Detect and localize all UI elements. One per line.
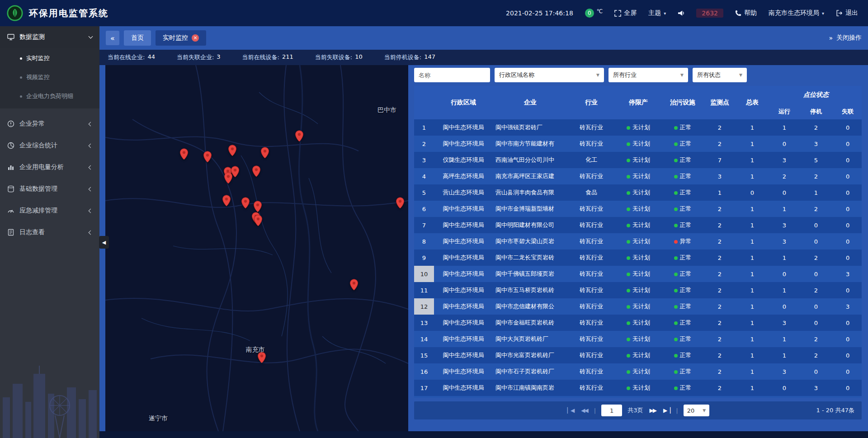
pollution-facility-cell: 正常 [662, 217, 703, 233]
monitor-points-cell: 2 [703, 331, 736, 347]
table-row[interactable]: 3仪陇生态环境局西南油气田分公司川中化工无计划正常71350 [414, 152, 862, 168]
table-row[interactable]: 11阆中生态环境局阆中市五马桥页岩机砖砖瓦行业无计划正常21120 [414, 282, 862, 298]
page-size-select[interactable]: 20 ▼ [684, 405, 709, 416]
sidebar-item-log-view[interactable]: 日志查看 [0, 221, 99, 243]
sidebar-item-power-analysis[interactable]: 企业用电量分析 [0, 156, 99, 178]
table-row[interactable]: 1阆中生态环境局阆中强锐页岩砖厂砖瓦行业无计划正常21120 [414, 119, 862, 136]
sidebar-item-base-data[interactable]: 基础数据管理 [0, 178, 99, 200]
table-row[interactable]: 5营山生态环境局营山县润丰肉食品有限食品无计划正常10010 [414, 184, 862, 201]
collapse-sidebar-button[interactable]: ◀ [99, 236, 109, 249]
first-page-button[interactable]: ▏◀ [566, 407, 575, 414]
status-select[interactable]: 所有状态 ▼ [693, 68, 747, 82]
total-meter-cell: 1 [736, 136, 769, 152]
chevron-left-icon [89, 165, 93, 170]
sidebar-item-realtime-monitoring[interactable]: 实时监控 [0, 49, 99, 68]
table-body: 1阆中生态环境局阆中强锐页岩砖厂砖瓦行业无计划正常211202阆中生态环境局阆中… [414, 119, 862, 398]
tab-label: 首页 [131, 34, 144, 42]
logout-icon [836, 10, 843, 16]
sidebar-item-enterprise-abnormal[interactable]: 企业异常 [0, 113, 99, 135]
next-page-button[interactable]: ▶▶ [648, 407, 656, 414]
map-panel[interactable]: 巴中市南充市遂宁市 [105, 65, 408, 431]
table-row[interactable]: 16阆中生态环境局阆中市石子页岩机砖厂砖瓦行业无计划正常21300 [414, 363, 862, 380]
sidebar-item-data-monitoring[interactable]: 数据监测 [0, 26, 99, 48]
bullet-icon [20, 57, 22, 60]
industry-select[interactable]: 所有行业 ▼ [609, 68, 688, 82]
app-header: 环保用电监管系统 2021-02-25 17:46:18 0 ℃ 全屏 主题 ▾… [0, 0, 868, 26]
stopped-cell: 0 [800, 315, 832, 331]
org-menu[interactable]: 南充市生态环境局 ▾ [769, 9, 824, 17]
table-row[interactable]: 17阆中生态环境局阆中市江南镇阆南页岩砖瓦行业无计划正常21030 [414, 380, 862, 396]
table-row[interactable]: 15阆中生态环境局阆中市光富页岩机砖厂砖瓦行业无计划正常21120 [414, 347, 862, 363]
status-dot-green [627, 305, 630, 309]
sidebar-item-enterprise-statistics[interactable]: 企业综合统计 [0, 135, 99, 156]
name-search-input[interactable] [414, 68, 490, 82]
row-number-cell: 8 [414, 233, 434, 250]
close-operations-menu[interactable]: » 关闭操作 [829, 34, 862, 42]
sidebar-item-power-load-detail[interactable]: 企业电力负荷明细 [0, 87, 99, 106]
limit-production-cell: 无计划 [615, 331, 662, 347]
industry-cell: 砖瓦行业 [568, 347, 615, 363]
region-select[interactable]: 行政区域名称 ▼ [495, 68, 604, 82]
chevron-down-icon: ▾ [822, 11, 824, 16]
company-cell: 阆中市忠信建材有限公 [493, 298, 568, 315]
industry-cell: 砖瓦行业 [568, 315, 615, 331]
tab-realtime-monitoring[interactable]: 实时监控 × [156, 30, 206, 46]
sidebar-item-label: 基础数据管理 [19, 185, 57, 193]
row-number-cell: 17 [414, 380, 434, 396]
table-row[interactable]: 9阆中生态环境局阆中市二龙长宝页岩砖砖瓦行业无计划正常21120 [414, 250, 862, 266]
company-table: 行政区域 企业 行业 停限产 治污设施 监测点 总表 点位状态 运行 停机 失联 [414, 86, 862, 398]
region-cell: 南部生态环境局 [434, 396, 493, 398]
table-row[interactable]: 4高坪生态环境局南充市高坪区王家店建砖瓦行业无计划正常31220 [414, 168, 862, 184]
table-row[interactable]: 18南部生态环境局南部县升华页岩砖有限砖瓦行业无计划正常21030 [414, 396, 862, 398]
monitor-points-cell: 2 [703, 217, 736, 233]
last-page-button[interactable]: ▶▕ [662, 407, 670, 414]
chevron-down-icon: ▾ [664, 11, 666, 16]
pager-divider: | [594, 407, 596, 414]
table-row[interactable]: 2阆中生态环境局阆中市南方节能建材有砖瓦行业无计划正常21030 [414, 136, 862, 152]
table-row[interactable]: 6阆中生态环境局阆中市金博瑞新型墙材砖瓦行业无计划正常21120 [414, 201, 862, 217]
scroll-tabs-left-button[interactable]: « [106, 31, 119, 45]
limit-production-cell: 无计划 [615, 282, 662, 298]
logout-label: 退出 [845, 9, 858, 17]
status-dot-green [674, 289, 678, 292]
pager-divider: | [676, 407, 678, 414]
page-number-input[interactable] [601, 405, 622, 416]
lost-cell: 0 [832, 217, 862, 233]
table-row[interactable]: 12阆中生态环境局阆中市忠信建材有限公砖瓦行业无计划正常21003 [414, 298, 862, 315]
gauge-icon [7, 207, 14, 214]
sidebar-item-video-monitoring[interactable]: 视频监控 [0, 68, 99, 87]
row-number-cell: 14 [414, 331, 434, 347]
region-cell: 阆中生态环境局 [434, 217, 493, 233]
fullscreen-button[interactable]: 全屏 [614, 9, 637, 17]
limit-production-cell: 无计划 [615, 266, 662, 282]
region-cell: 阆中生态环境局 [434, 266, 493, 282]
alarm-horn-button[interactable] [678, 10, 684, 16]
running-cell: 1 [769, 331, 800, 347]
prev-page-button[interactable]: ◀◀ [580, 407, 588, 414]
status-dot-green [674, 126, 678, 130]
total-meter-cell: 0 [736, 184, 769, 201]
region-cell: 阆中生态环境局 [434, 331, 493, 347]
sidebar-item-emergency-reduction[interactable]: 应急减排管理 [0, 200, 99, 221]
region-cell: 仪陇生态环境局 [434, 152, 493, 168]
table-row[interactable]: 14阆中生态环境局阆中大兴页岩机砖厂砖瓦行业无计划正常21120 [414, 331, 862, 347]
region-cell: 阆中生态环境局 [434, 201, 493, 217]
theme-menu[interactable]: 主题 ▾ [648, 9, 666, 17]
status-dot-green [627, 240, 630, 244]
sidebar-item-label: 日志查看 [19, 228, 45, 236]
alarm-count-badge[interactable]: 2632 [696, 9, 723, 18]
pie-chart-icon [7, 142, 14, 149]
region-cell: 阆中生态环境局 [434, 119, 493, 136]
close-tab-icon[interactable]: × [192, 34, 199, 42]
total-meter-cell: 1 [736, 266, 769, 282]
table-row[interactable]: 10阆中生态环境局阆中千佛镇五郎垭页岩砖瓦行业无计划正常21003 [414, 266, 862, 282]
help-button[interactable]: 帮助 [735, 9, 757, 17]
table-row[interactable]: 8阆中生态环境局阆中市枣碧大梁山页岩砖瓦行业无计划异常21300 [414, 233, 862, 250]
stopped-cell: 2 [800, 331, 832, 347]
logout-button[interactable]: 退出 [836, 9, 858, 17]
sidebar-item-label: 应急减排管理 [19, 207, 57, 215]
table-row[interactable]: 13阆中生态环境局阆中市金福旺页岩机砖砖瓦行业无计划正常21300 [414, 315, 862, 331]
table-row[interactable]: 7阆中生态环境局阆中明阳建材有限公司砖瓦行业无计划正常21300 [414, 217, 862, 233]
pollution-facility-cell: 正常 [662, 282, 703, 298]
tab-home[interactable]: 首页 [124, 30, 151, 46]
